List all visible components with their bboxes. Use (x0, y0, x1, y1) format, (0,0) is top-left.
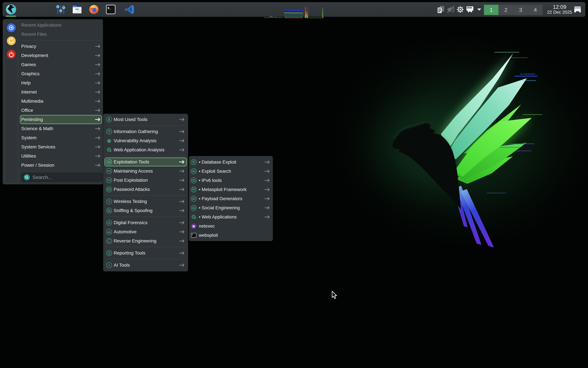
menu-item-system[interactable]: System (3, 133, 103, 142)
workspace-2[interactable]: 2 (499, 5, 513, 15)
menu-item-recent-applications: Recent Applications (3, 21, 103, 30)
tool-item-metasploit-framework[interactable]: • Metasploit Framework (189, 185, 273, 194)
category-icon (106, 116, 112, 123)
tool-item-database-exploit[interactable]: • Database Exploit (189, 157, 273, 167)
submenu-arrow-icon (179, 199, 185, 204)
workspace-3[interactable]: 3 (513, 5, 528, 15)
network-graph-applet[interactable] (304, 6, 323, 18)
submenu-item-maintaining-access[interactable]: Maintaining Access (103, 166, 188, 176)
tool-icon (191, 232, 197, 238)
submenu-item-information-gathering[interactable]: Information Gathering (103, 127, 188, 136)
tool-item-label: websploit (199, 233, 218, 238)
launcher-parrot-menu[interactable] (5, 2, 17, 17)
menu-item-multimedia[interactable]: Multimedia (3, 97, 103, 106)
menu-item-help[interactable]: Help (3, 78, 103, 88)
keybd-icon (106, 159, 112, 165)
tray-expander[interactable] (475, 2, 484, 17)
category-icon (106, 229, 112, 235)
tray-network[interactable] (465, 2, 475, 17)
clock[interactable]: 12:09 22 Dec 2025 (545, 3, 574, 16)
submenu-separator (103, 155, 188, 157)
tool-icon (191, 223, 197, 229)
launcher-audio-mixer[interactable] (53, 2, 69, 17)
menu-item-graphics[interactable]: Graphics (3, 69, 103, 78)
submenu-item-label: Reverse Engineering (114, 238, 157, 244)
submenu-item-label: Wireless Testing (114, 199, 147, 204)
show-desktop-button[interactable] (571, 2, 584, 17)
submenu-item-wireless-testing[interactable]: Wireless Testing (103, 197, 188, 206)
launcher-vscode[interactable] (122, 2, 138, 17)
menu-item-privacy[interactable]: Privacy (3, 42, 103, 51)
submenu-item-exploitation-tools[interactable]: Exploitation Tools (103, 157, 188, 166)
menu-item-power-session[interactable]: Power / Session (3, 161, 103, 170)
submenu-arrow (95, 81, 101, 85)
submenu-arrow (179, 117, 185, 122)
workspace-switcher: 1234 (484, 5, 543, 15)
submenu-arrow (264, 169, 270, 174)
menu-item-office[interactable]: Office (3, 106, 103, 115)
menu-item-pentesting[interactable]: Pentesting (3, 115, 103, 124)
submenu-arrow (179, 199, 185, 204)
menu-item-label: Science & Math (21, 126, 53, 131)
submenu-arrow-icon (179, 159, 185, 165)
tray-brightness[interactable] (456, 2, 465, 17)
tool-item-web-applications[interactable]: • Web Applications (189, 212, 273, 221)
term-icon (191, 232, 197, 238)
svg-text:$_: $_ (107, 6, 111, 10)
tool-item-websploit[interactable]: websploit (189, 231, 273, 240)
tool-icon (191, 186, 197, 193)
submenu-item-label: Maintaining Access (114, 168, 153, 174)
submenu-item-vulnerability-analysis[interactable]: Vulnerability Analysis (103, 136, 188, 145)
submenu-arrow (179, 178, 185, 183)
passkey-icon (106, 186, 112, 193)
submenu-item-password-attacks[interactable]: Password Attacks (103, 185, 188, 194)
submenu-arrow-icon (179, 169, 185, 174)
workspace-1[interactable]: 1 (484, 5, 498, 15)
cpu-graph-applet[interactable] (264, 6, 283, 18)
submenu-item-reverse-engineering[interactable]: Reverse Engineering (103, 236, 188, 246)
workspace-4[interactable]: 4 (528, 5, 543, 15)
memory-graph-applet[interactable] (284, 6, 303, 18)
access-icon (106, 177, 112, 183)
submenu-item-most-used-tools[interactable]: Most Used Tools (103, 115, 188, 124)
tool-item-exploit-search[interactable]: • Exploit Search (189, 167, 273, 176)
tool-item-payload-generators[interactable]: • Payload Generators (189, 194, 273, 203)
submenu-arrow-icon (179, 220, 185, 225)
submenu-arrow (264, 178, 270, 183)
submenu-arrow (95, 117, 101, 122)
menu-item-label: Pentesting (21, 117, 43, 122)
submenu-item-label: Most Used Tools (114, 117, 147, 122)
submenu-item-web-application-analysis[interactable]: Web Application Analysis (103, 145, 188, 155)
submenu-arrow (95, 135, 101, 140)
submenu-item-post-exploitation[interactable]: Post Exploitation (103, 176, 188, 185)
menu-item-utilities[interactable]: Utilities (3, 152, 103, 161)
submenu-arrow-icon (264, 214, 270, 220)
submenu-arrow (179, 147, 185, 152)
menu-item-science-math[interactable]: Science & Math (3, 124, 103, 133)
submenu-item-reporting-tools[interactable]: Reporting Tools (103, 248, 188, 258)
tool-item-ipv6-tools[interactable]: • IPv6 tools (189, 176, 273, 185)
submenu-item-digital-forensics[interactable]: Digital Forensics (103, 218, 188, 227)
menu-item-label: Recent Applications (21, 23, 61, 28)
submenu-item-ai-tools[interactable]: AI Tools (103, 261, 188, 270)
submenu-item-automotive[interactable]: Automotive (103, 227, 188, 236)
keybd-icon (191, 168, 197, 174)
submenu-arrow-icon (95, 117, 101, 122)
submenu-item-label: AI Tools (114, 263, 130, 268)
launcher-firefox[interactable] (86, 2, 102, 17)
tool-item-social-engineering[interactable]: • Social Engineering (189, 203, 273, 212)
search-box[interactable]: Search... (21, 173, 103, 182)
menu-item-games[interactable]: Games (3, 60, 103, 69)
clock-date: 22 Dec 2025 (547, 10, 572, 15)
mouse-cursor (332, 291, 340, 300)
tray-volume-muted[interactable] (446, 2, 456, 17)
launcher-file-manager[interactable] (69, 2, 85, 17)
menu-item-internet[interactable]: Internet (3, 88, 103, 97)
launcher-terminal[interactable]: $_ (103, 2, 119, 17)
tool-item-netexec[interactable]: netexec (189, 221, 273, 231)
menu-item-development[interactable]: Development (3, 51, 103, 60)
menu-item-system-services[interactable]: System Services (3, 142, 103, 152)
submenu-item-sniffing-spoofing[interactable]: Sniffing & Spoofing (103, 206, 188, 215)
menu-item-label: Games (21, 62, 36, 67)
submenu2-rows: • Database Exploit• Exploit Search• IPv6… (189, 157, 273, 240)
